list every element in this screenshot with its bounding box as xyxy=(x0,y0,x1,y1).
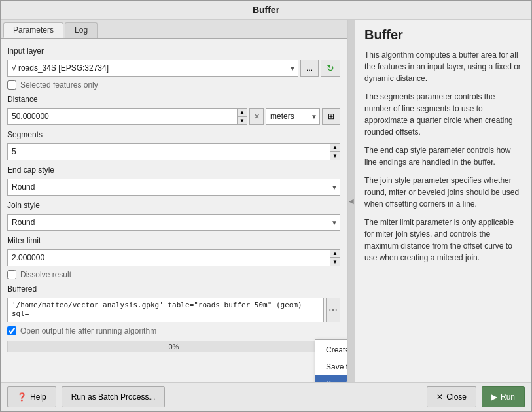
distance-expression-button[interactable]: ⊞ xyxy=(322,108,340,125)
help-icon: ❓ xyxy=(17,392,27,402)
miter-limit-wrapper: ▲ ▼ xyxy=(7,249,340,266)
distance-label: Distance xyxy=(7,95,340,104)
end-cap-label: End cap style xyxy=(7,165,340,175)
miter-limit-spin-up[interactable]: ▲ xyxy=(330,249,340,258)
segments-spin-buttons: ▲ ▼ xyxy=(330,143,340,160)
main-content: Parameters Log Input layer √ roads_34S [… xyxy=(1,20,531,382)
context-menu-save-file[interactable]: Save to File... xyxy=(315,358,347,375)
run-icon: ▶ xyxy=(491,392,497,402)
selected-features-row: Selected features only xyxy=(7,80,340,90)
buffered-row: '/home/matteo/vector_analysis.gpkg' tabl… xyxy=(7,298,340,322)
batch-process-button[interactable]: Run as Batch Process... xyxy=(62,386,166,407)
distance-spin-up[interactable]: ▲ xyxy=(237,108,247,116)
distance-input[interactable] xyxy=(7,108,247,125)
help-panel: Buffer This algorithm computes a buffer … xyxy=(355,20,531,382)
selected-features-checkbox[interactable] xyxy=(7,80,16,90)
dissolve-row: Dissolve result xyxy=(7,270,340,279)
dissolve-label: Dissolve result xyxy=(20,270,71,279)
dialog-footer: ❓ Help Run as Batch Process... ✕ Close ▶… xyxy=(1,382,531,411)
segments-spin-up[interactable]: ▲ xyxy=(330,143,340,152)
help-button[interactable]: ❓ Help xyxy=(7,386,56,407)
close-icon: ✕ xyxy=(436,392,443,402)
open-output-label: Open output file after running algorithm xyxy=(20,326,156,335)
join-style-row: Round Miter Bevel ▼ xyxy=(7,214,340,231)
segments-input[interactable] xyxy=(7,143,340,160)
run-button[interactable]: ▶ Run xyxy=(482,386,525,407)
progress-label: 0% xyxy=(169,343,179,351)
miter-limit-spin-buttons: ▲ ▼ xyxy=(330,249,340,266)
distance-unit-wrapper: meters kilometers feet miles ▼ xyxy=(266,108,320,125)
open-output-row: Open output file after running algorithm xyxy=(7,326,340,335)
dialog-title: Buffer xyxy=(1,1,531,20)
input-layer-label: Input layer xyxy=(7,46,340,56)
miter-limit-input[interactable] xyxy=(7,249,340,266)
tab-bar: Parameters Log xyxy=(1,20,347,39)
parameters-panel: Input layer √ roads_34S [EPSG:32734] ▼ .… xyxy=(1,39,347,382)
tab-parameters[interactable]: Parameters xyxy=(3,22,63,38)
buffer-dialog: Buffer Parameters Log Input layer √ road… xyxy=(0,0,532,412)
distance-input-wrapper: ▲ ▼ xyxy=(7,108,247,125)
miter-limit-label: Miter limit xyxy=(7,236,340,245)
end-cap-wrapper: Round Flat Square ▼ xyxy=(7,179,340,196)
distance-row: ▲ ▼ ✕ meters kilometers feet miles ▼ xyxy=(7,108,340,125)
help-para-3: The end cap style parameter controls how… xyxy=(364,145,522,168)
distance-spin-buttons: ▲ ▼ xyxy=(237,108,247,125)
context-menu-create-temp[interactable]: Create Temporary Layer xyxy=(315,341,347,358)
input-layer-combo-wrapper: √ roads_34S [EPSG:32734] ▼ xyxy=(7,60,298,77)
context-menu-save-geopackage[interactable]: Save to GeoPackage... xyxy=(315,375,347,382)
input-layer-browse-button[interactable]: ... xyxy=(300,60,319,77)
end-cap-row: Round Flat Square ▼ xyxy=(7,179,340,196)
help-button-label: Help xyxy=(30,392,46,402)
distance-spin-down[interactable]: ▼ xyxy=(237,116,247,125)
distance-clear-button[interactable]: ✕ xyxy=(249,108,264,125)
join-style-select[interactable]: Round Miter Bevel xyxy=(7,214,340,231)
join-style-label: Join style xyxy=(7,201,340,210)
left-panel: Parameters Log Input layer √ roads_34S [… xyxy=(1,20,347,382)
buffered-textarea[interactable]: '/home/matteo/vector_analysis.gpkg' tabl… xyxy=(7,298,324,322)
close-label: Close xyxy=(446,392,467,402)
context-menu: Create Temporary Layer Save to File... S… xyxy=(315,339,347,382)
segments-input-wrapper: ▲ ▼ xyxy=(7,143,340,160)
selected-features-label: Selected features only xyxy=(20,80,98,90)
run-label: Run xyxy=(501,392,515,402)
distance-unit-select[interactable]: meters kilometers feet miles xyxy=(266,108,320,125)
help-para-2: The segments parameter controls the numb… xyxy=(364,91,522,138)
end-cap-select[interactable]: Round Flat Square xyxy=(7,179,340,196)
buffered-label: Buffered xyxy=(7,284,340,294)
input-layer-refresh-button[interactable]: ↻ xyxy=(321,60,340,77)
progress-bar-container: 0% xyxy=(7,341,340,352)
miter-limit-row: ▲ ▼ xyxy=(7,249,340,266)
segments-spin-down[interactable]: ▼ xyxy=(330,152,340,160)
buffered-menu-button[interactable]: ⋯ xyxy=(326,298,340,322)
help-title: Buffer xyxy=(364,27,522,43)
help-para-5: The miter limit parameter is only applic… xyxy=(364,216,522,264)
help-para-4: The join style parameter specifies wheth… xyxy=(364,175,522,210)
join-style-wrapper: Round Miter Bevel ▼ xyxy=(7,214,340,231)
miter-limit-spin-down[interactable]: ▼ xyxy=(330,258,340,266)
batch-label: Run as Batch Process... xyxy=(71,392,156,402)
input-layer-row: √ roads_34S [EPSG:32734] ▼ ... ↻ xyxy=(7,60,340,77)
open-output-checkbox[interactable] xyxy=(7,326,16,335)
segments-row: ▲ ▼ xyxy=(7,143,340,160)
segments-label: Segments xyxy=(7,130,340,139)
close-button[interactable]: ✕ Close xyxy=(427,386,476,407)
panel-collapse-handle[interactable]: ◀ xyxy=(347,20,355,382)
tab-log[interactable]: Log xyxy=(65,22,98,38)
help-para-1: This algorithm computes a buffer area fo… xyxy=(364,49,522,84)
dissolve-checkbox[interactable] xyxy=(7,270,16,279)
input-layer-select[interactable]: √ roads_34S [EPSG:32734] xyxy=(7,60,298,77)
